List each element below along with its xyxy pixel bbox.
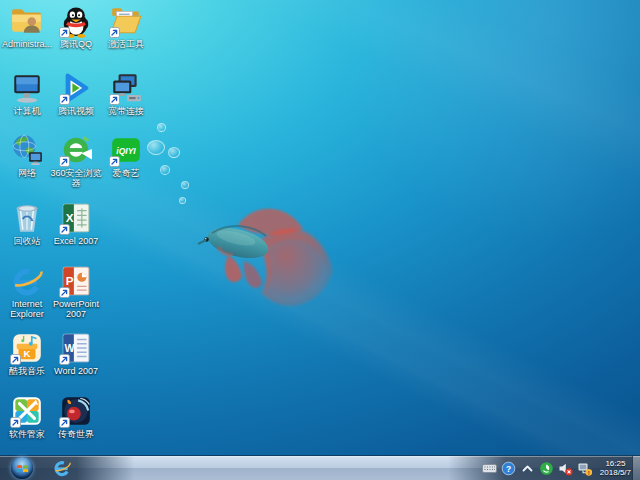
qq-penguin-icon	[59, 4, 93, 38]
system-tray: ? !16:25 2018/5/7	[482, 456, 631, 480]
tray-help-center-icon[interactable]: ?	[501, 461, 516, 476]
desktop-icon-360-browser[interactable]: 360安全浏览器	[49, 133, 103, 188]
desktop-icon-internet-explorer[interactable]: Internet Explorer	[0, 264, 54, 319]
folder-open-icon	[109, 4, 143, 38]
desktop-icon-software-manager[interactable]: 软件管家	[0, 394, 54, 439]
desktop-icon-powerpoint-2007[interactable]: P PowerPoint 2007	[49, 264, 103, 319]
desktop-icon-label: Word 2007	[54, 366, 98, 376]
tray-volume-muted-icon[interactable]	[558, 461, 573, 476]
iqiyi-icon: iQIYI	[109, 133, 143, 167]
svg-text:iQIYI: iQIYI	[116, 146, 136, 156]
browser-360-icon	[59, 133, 93, 167]
svg-text:P: P	[66, 274, 74, 287]
desktop-icon-label: 腾讯视频	[58, 106, 94, 116]
desktop-icon-legend-world[interactable]: 传奇世界	[49, 394, 103, 439]
desktop-icon-network[interactable]: 网络	[0, 133, 54, 178]
desktop-icon-label: 宽带连接	[108, 106, 144, 116]
shortcut-arrow-icon	[109, 94, 120, 105]
desktop-icon-iqiyi[interactable]: iQIYI 爱奇艺	[99, 133, 153, 178]
excel-icon: X	[59, 201, 93, 235]
shortcut-arrow-icon	[10, 417, 21, 428]
desktop-icon-label: 爱奇艺	[113, 168, 140, 178]
desktop-icon-label: Administra...	[2, 39, 52, 49]
desktop-icon-label: 360安全浏览器	[49, 168, 103, 188]
desktop-icon-label: Internet Explorer	[0, 299, 54, 319]
taskbar: ? !16:25 2018/5/7	[0, 455, 640, 480]
desktop-icons: Administra... 腾讯QQ 激活工具 计算机 腾讯视频 宽带连接 网络…	[0, 0, 640, 455]
desktop-icon-label: 回收站	[14, 236, 41, 246]
desktop-icon-activation-tools[interactable]: 激活工具	[99, 4, 153, 49]
desktop-icon-label: 软件管家	[9, 429, 45, 439]
desktop-icon-label: 腾讯QQ	[60, 39, 92, 49]
folder-user-icon	[10, 4, 44, 38]
shortcut-arrow-icon	[109, 156, 120, 167]
desktop-icon-kuwo-music[interactable]: K 酷我音乐	[0, 331, 54, 376]
shortcut-arrow-icon	[59, 27, 70, 38]
tencent-video-icon	[59, 71, 93, 105]
taskbar-clock[interactable]: 16:25 2018/5/7	[600, 459, 631, 477]
desktop-icon-label: 激活工具	[108, 39, 144, 49]
svg-text:X: X	[66, 211, 74, 224]
desktop-icon-label: Excel 2007	[54, 236, 99, 246]
start-button[interactable]	[11, 457, 33, 479]
svg-text:!: !	[588, 469, 590, 475]
desktop-icon-label: 酷我音乐	[9, 366, 45, 376]
shortcut-arrow-icon	[10, 354, 21, 365]
clock-time: 16:25	[600, 459, 631, 468]
powerpoint-icon: P	[59, 264, 93, 298]
word-icon: W	[59, 331, 93, 365]
svg-text:?: ?	[506, 463, 511, 473]
desktop-icon-tencent-qq[interactable]: 腾讯QQ	[49, 4, 103, 49]
shortcut-arrow-icon	[59, 417, 70, 428]
desktop-icon-label: 传奇世界	[58, 429, 94, 439]
shortcut-arrow-icon	[59, 224, 70, 235]
computer-monitor-icon	[10, 71, 44, 105]
internet-explorer-icon	[52, 458, 72, 478]
desktop-icon-label: 计算机	[14, 106, 41, 116]
software-manager-icon	[10, 394, 44, 428]
broadband-icon	[109, 71, 143, 105]
svg-text:K: K	[24, 348, 31, 359]
tray-input-indicator-icon[interactable]	[482, 461, 497, 476]
tray-hidden-icons-icon[interactable]	[520, 461, 535, 476]
desktop-icon-label: 网络	[18, 168, 36, 178]
recycle-bin-icon	[10, 201, 44, 235]
show-desktop-button[interactable]	[632, 456, 640, 480]
desktop-icon-computer[interactable]: 计算机	[0, 71, 54, 116]
taskbar-ie-button[interactable]	[51, 457, 73, 479]
network-globe-icon	[10, 133, 44, 167]
desktop-icon-broadband[interactable]: 宽带连接	[99, 71, 153, 116]
desktop-icon-excel-2007[interactable]: X Excel 2007	[49, 201, 103, 246]
shortcut-arrow-icon	[59, 287, 70, 298]
ie-icon	[10, 264, 44, 298]
desktop-icon-administrator[interactable]: Administra...	[0, 4, 54, 49]
clock-date: 2018/5/7	[600, 468, 631, 477]
shortcut-arrow-icon	[59, 156, 70, 167]
desktop-icon-label: PowerPoint 2007	[49, 299, 103, 319]
legend-game-icon	[59, 394, 93, 428]
shortcut-arrow-icon	[59, 354, 70, 365]
kuwo-icon: K	[10, 331, 44, 365]
svg-text:W: W	[65, 342, 75, 354]
shortcut-arrow-icon	[109, 27, 120, 38]
tray-network-status-icon[interactable]: !	[577, 461, 592, 476]
desktop-icon-tencent-video[interactable]: 腾讯视频	[49, 71, 103, 116]
desktop-icon-word-2007[interactable]: W Word 2007	[49, 331, 103, 376]
desktop-icon-recycle-bin[interactable]: 回收站	[0, 201, 54, 246]
tray-safe-360-icon[interactable]	[539, 461, 554, 476]
shortcut-arrow-icon	[59, 94, 70, 105]
windows-flag-icon	[16, 462, 29, 475]
